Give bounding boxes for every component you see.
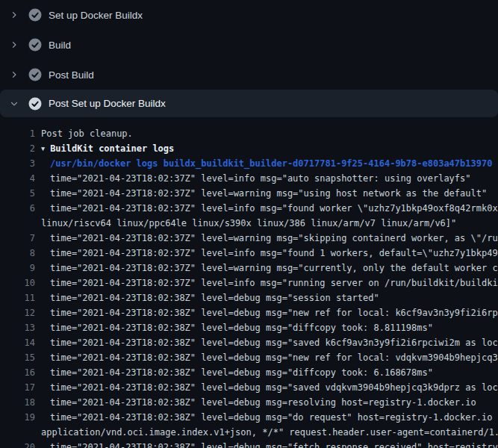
actions-log-viewer: { "colors": { "background": "#0d1117", "… (0, 0, 498, 448)
log-line-text: time="2021-04-23T18:02:38Z" level=debug … (41, 320, 498, 335)
log-group-label: BuildKit container logs (50, 143, 174, 154)
line-number[interactable]: 8 (0, 246, 35, 261)
step-row-build[interactable]: Build (0, 30, 498, 60)
line-number[interactable]: 16 (0, 365, 35, 380)
log-row: 17time="2021-04-23T18:02:38Z" level=debu… (0, 380, 498, 395)
log-line-text: time="2021-04-23T18:02:37Z" level=warnin… (41, 231, 498, 246)
chevron-right-icon (9, 10, 19, 20)
log-row: 13time="2021-04-23T18:02:38Z" level=debu… (0, 320, 498, 335)
log-line-text: time="2021-04-23T18:02:37Z" level=info m… (41, 276, 498, 290)
log-line-text: time="2021-04-23T18:02:37Z" level=info m… (41, 171, 498, 186)
log-line-wrap-text: linux/riscv64 linux/ppc64le linux/s390x … (41, 216, 498, 231)
step-label: Post Build (49, 69, 94, 81)
line-number[interactable]: 11 (0, 290, 35, 305)
check-circle-icon (28, 68, 42, 81)
log-line-text: time="2021-04-23T18:02:37Z" level=info m… (41, 201, 498, 216)
line-number[interactable]: 7 (0, 231, 35, 246)
line-number[interactable]: 14 (0, 335, 35, 350)
log-row: 15time="2021-04-23T18:02:38Z" level=debu… (0, 350, 498, 365)
line-number[interactable]: 6 (0, 201, 35, 216)
log-line-text: time="2021-04-23T18:02:37Z" level=info m… (41, 246, 498, 261)
log-row: 10time="2021-04-23T18:02:37Z" level=info… (0, 276, 498, 290)
line-number[interactable]: 1 (0, 126, 35, 141)
log-line-text: time="2021-04-23T18:02:38Z" level=debug … (41, 380, 498, 395)
log-row: application/vnd.oci.image.index.v1+json,… (0, 425, 498, 440)
log-row: 11time="2021-04-23T18:02:38Z" level=debu… (0, 290, 498, 305)
log-row: linux/riscv64 linux/ppc64le linux/s390x … (0, 216, 498, 231)
line-number[interactable]: 17 (0, 380, 35, 395)
line-number[interactable]: 3 (0, 156, 35, 171)
log-row: 5time="2021-04-23T18:02:37Z" level=warni… (0, 186, 498, 201)
line-number[interactable]: 13 (0, 320, 35, 335)
step-label: Post Set up Docker Buildx (49, 98, 166, 109)
chevron-right-icon (9, 69, 19, 80)
log-line-text: Post job cleanup. (41, 126, 498, 141)
line-number[interactable]: 4 (0, 171, 35, 186)
log-line-text: time="2021-04-23T18:02:38Z" level=debug … (41, 395, 498, 410)
step-row-set-up-docker-buildx[interactable]: Set up Docker Buildx (0, 0, 498, 30)
log-row: 20time="2021-04-23T18:02:38Z" level=debu… (0, 440, 498, 448)
chevron-right-icon (9, 40, 19, 50)
log-line-text: time="2021-04-23T18:02:37Z" level=warnin… (41, 186, 498, 201)
log-line-text: time="2021-04-23T18:02:38Z" level=debug … (41, 350, 498, 365)
log-row: 4time="2021-04-23T18:02:37Z" level=info … (0, 171, 498, 186)
log-row: 1Post job cleanup. (0, 126, 498, 141)
log-row: 6time="2021-04-23T18:02:37Z" level=info … (0, 201, 498, 216)
log-line-text: time="2021-04-23T18:02:38Z" level=debug … (41, 290, 498, 305)
line-number[interactable]: 18 (0, 395, 35, 410)
log-group-header[interactable]: ▼BuildKit container logs (41, 141, 498, 156)
log-row: 3/usr/bin/docker logs buildx_buildkit_bu… (0, 156, 498, 171)
line-number[interactable]: 15 (0, 350, 35, 365)
line-number[interactable]: 19 (0, 410, 35, 425)
step-label: Build (49, 40, 71, 51)
log-row: 8time="2021-04-23T18:02:37Z" level=info … (0, 246, 498, 261)
log-line-text: time="2021-04-23T18:02:38Z" level=debug … (41, 410, 498, 425)
log-line-text: time="2021-04-23T18:02:38Z" level=debug … (41, 335, 498, 350)
log-line-text: time="2021-04-23T18:02:38Z" level=debug … (41, 365, 498, 380)
check-circle-icon (28, 97, 42, 111)
log-area: 1Post job cleanup.2▼BuildKit container l… (0, 126, 498, 448)
log-line-text: time="2021-04-23T18:02:38Z" level=debug … (41, 305, 498, 320)
check-circle-icon (28, 8, 42, 22)
step-row-post-build[interactable]: Post Build (0, 60, 498, 90)
log-row: 12time="2021-04-23T18:02:38Z" level=debu… (0, 305, 498, 320)
log-line-text: time="2021-04-23T18:02:38Z" level=debug … (41, 440, 498, 448)
step-row-post-set-up-docker-buildx[interactable]: Post Set up Docker Buildx (0, 90, 498, 117)
log-row: 7time="2021-04-23T18:02:37Z" level=warni… (0, 231, 498, 246)
line-number[interactable]: 2 (0, 141, 35, 156)
collapse-triangle-icon[interactable]: ▼ (41, 141, 45, 156)
log-command-text: /usr/bin/docker logs buildx_buildkit_bui… (41, 156, 498, 171)
line-number[interactable]: 20 (0, 440, 35, 448)
log-line-text: time="2021-04-23T18:02:37Z" level=warnin… (41, 261, 498, 276)
log-row: 2▼BuildKit container logs (0, 141, 498, 156)
line-number[interactable]: 10 (0, 276, 35, 290)
line-number[interactable]: 9 (0, 261, 35, 276)
log-row: 14time="2021-04-23T18:02:38Z" level=debu… (0, 335, 498, 350)
log-row: 18time="2021-04-23T18:02:38Z" level=debu… (0, 395, 498, 410)
line-number[interactable]: 12 (0, 305, 35, 320)
log-row: 9time="2021-04-23T18:02:37Z" level=warni… (0, 261, 498, 276)
check-circle-icon (28, 38, 42, 52)
log-row: 16time="2021-04-23T18:02:38Z" level=debu… (0, 365, 498, 380)
steps-list: Set up Docker BuildxBuildPost BuildPost … (0, 0, 498, 117)
line-number (0, 425, 35, 440)
log-row: 19time="2021-04-23T18:02:38Z" level=debu… (0, 410, 498, 425)
log-line-wrap-text: application/vnd.oci.image.index.v1+json,… (41, 425, 498, 440)
line-number[interactable]: 5 (0, 186, 35, 201)
step-label: Set up Docker Buildx (49, 10, 143, 21)
chevron-down-icon (9, 99, 19, 109)
line-number (0, 216, 35, 231)
